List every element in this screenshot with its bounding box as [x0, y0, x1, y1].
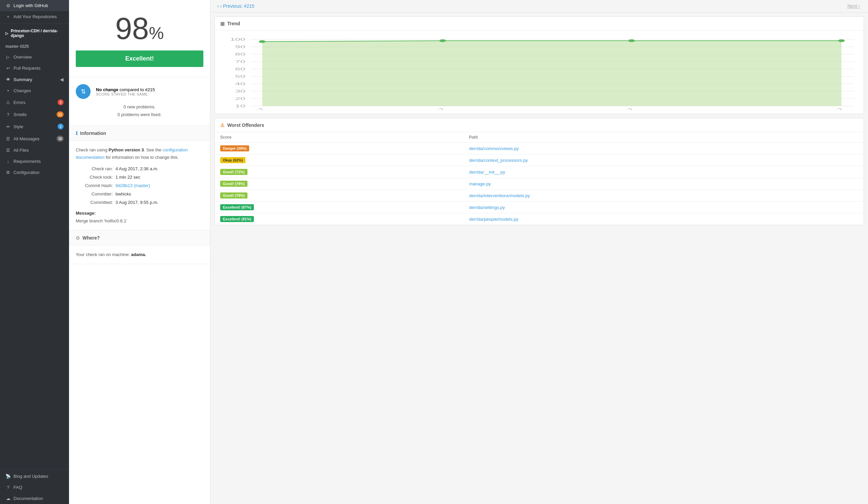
score-cell: Good! (79%): [215, 190, 464, 201]
configuration-icon: ⚙: [6, 170, 11, 175]
where-text: Your check ran on machine: adama.: [76, 251, 203, 259]
path-link[interactable]: derrida/people/models.py: [469, 217, 518, 222]
documentation-icon: ☁: [6, 496, 11, 501]
information-header: ℹ Information: [69, 126, 210, 141]
path-link[interactable]: derrida/context_processors.py: [469, 158, 528, 163]
sidebar-item-login[interactable]: ⊙ Login with GitHub: [0, 0, 69, 11]
style-badge: 2: [58, 124, 64, 129]
info-icon: ℹ: [76, 130, 78, 136]
sidebar-item-faq[interactable]: ? FAQ: [0, 482, 69, 493]
svg-point-22: [440, 39, 446, 42]
no-change-row: ⇅ No change compared to #215 SCORE STAYE…: [76, 84, 203, 99]
plus-icon: +: [6, 14, 11, 19]
path-link[interactable]: derrida/settings.py: [469, 205, 505, 210]
sidebar-item-blog[interactable]: 📡 Blog and Updates: [0, 471, 69, 482]
col-path: Path: [464, 132, 864, 143]
no-change-text: No change compared to #215 SCORE STAYED …: [96, 87, 155, 96]
sidebar-item-overview[interactable]: ▷ Overview: [0, 52, 69, 63]
nav-bar: ‹ ‹ Previous: #215 Next ›: [210, 0, 868, 12]
svg-point-21: [259, 40, 266, 43]
new-problems: 0 new problems.: [76, 103, 203, 111]
score-badge: Excellent! (87%): [220, 204, 254, 210]
message-value: Merge branch 'hotfix/0.8.1': [76, 217, 203, 225]
trend-chart: 100 90 80 70 60 50 40 30 20 10: [220, 36, 858, 110]
message-block: Message: Merge branch 'hotfix/0.8.1': [76, 210, 203, 224]
svg-text:70: 70: [235, 60, 245, 64]
style-icon: ✏: [6, 124, 11, 129]
path-cell: derrida/settings.py: [464, 201, 864, 213]
table-row: Good! (79%)derrida/interventions/models.…: [215, 190, 864, 201]
sidebar-item-configuration[interactable]: ⚙ Configuration: [0, 167, 69, 178]
trend-section: ▦ Trend 100 90 80 70 60 50 40 30 20 10: [215, 17, 864, 114]
trend-header: ▦ Trend: [215, 17, 864, 31]
pull-request-icon: ↩: [6, 66, 11, 71]
path-link[interactable]: manage.py: [469, 181, 490, 186]
trend-icon: ▦: [220, 21, 225, 26]
svg-text:06 Jul 2017: 06 Jul 2017: [410, 107, 447, 110]
next-link[interactable]: Next ›: [847, 3, 861, 9]
score-suffix: %: [149, 24, 164, 43]
repo-name[interactable]: ▷ Princeton-CDH / derrida-django: [0, 25, 69, 41]
svg-text:01 Aug 2017: 01 Aug 2017: [596, 107, 636, 110]
path-link[interactable]: derrida/__init__.py: [469, 170, 505, 175]
svg-text:80: 80: [235, 52, 245, 56]
score-badge: Excellent! (91%): [220, 216, 254, 222]
path-link[interactable]: derrida/interventions/models.py: [469, 193, 530, 198]
fixed-problems: 0 problems were fixed.: [76, 111, 203, 118]
path-cell: derrida/common/views.py: [464, 143, 864, 155]
svg-text:10: 10: [235, 104, 245, 108]
score-value: 98: [115, 12, 149, 45]
info-row-committer: Committer: bwhicks: [76, 190, 203, 198]
table-row: Excellent! (91%)derrida/people/models.py: [215, 213, 864, 225]
blog-icon: 📡: [6, 474, 11, 479]
no-change-card: ⇅ No change compared to #215 SCORE STAYE…: [69, 77, 210, 126]
path-cell: derrida/context_processors.py: [464, 155, 864, 166]
path-cell: derrida/__init__.py: [464, 166, 864, 178]
no-change-stats: 0 new problems. 0 problems were fixed.: [76, 103, 203, 119]
score-cell: Good! (78%): [215, 178, 464, 190]
info-text: Check ran using Python version 3. See th…: [76, 146, 203, 161]
sidebar-item-summary[interactable]: 👁 Summary ◀: [0, 74, 69, 85]
sidebar-item-smells[interactable]: ? Smells 11: [0, 108, 69, 120]
sidebar-item-all-messages[interactable]: ☰ All Messages 16: [0, 133, 69, 145]
svg-text:100: 100: [230, 37, 246, 41]
errors-badge: 3: [58, 99, 64, 105]
score-label: Excellent!: [76, 51, 203, 67]
offenders-section: ⚠ Worst Offenders Score Path Danger (39%…: [215, 118, 864, 225]
svg-text:27 Apr 2017: 27 Apr 2017: [228, 107, 267, 110]
score-display: 98%: [76, 13, 203, 44]
sidebar-item-all-files[interactable]: ☰ All Files: [0, 145, 69, 156]
message-label: Message:: [76, 210, 203, 217]
sidebar-item-style[interactable]: ✏ Style 2: [0, 120, 69, 133]
path-cell: manage.py: [464, 178, 864, 190]
right-panel: ‹ ‹ Previous: #215 Next › ▦ Trend 100 90…: [210, 0, 868, 504]
faq-icon: ?: [6, 485, 11, 490]
score-badge: Good! (78%): [220, 181, 247, 187]
sidebar-item-requirements[interactable]: ↓ Requirements: [0, 156, 69, 167]
info-table: Check ran: 4 Aug 2017, 2:36 a.m. Check t…: [76, 165, 203, 206]
info-row-check-ran: Check ran: 4 Aug 2017, 2:36 a.m.: [76, 165, 203, 172]
table-row: Good! (72%)derrida/__init__.py: [215, 166, 864, 178]
svg-marker-20: [262, 41, 841, 106]
info-row-check-took: Check took: 1 min 22 sec: [76, 174, 203, 181]
commit-link[interactable]: 9d28b13 (master): [115, 183, 150, 188]
sidebar-item-errors[interactable]: ⚠ Errors 3: [0, 96, 69, 108]
offenders-table-header: Score Path: [215, 132, 864, 143]
all-messages-badge: 16: [56, 136, 64, 141]
score-cell: Excellent! (87%): [215, 201, 464, 213]
svg-text:30: 30: [235, 89, 245, 93]
no-change-title: No change compared to #215: [96, 87, 155, 92]
sidebar-item-pull-requests[interactable]: ↩ Pull Requests: [0, 63, 69, 74]
sidebar-item-changes[interactable]: + Changes: [0, 85, 69, 96]
overview-icon: ▷: [6, 54, 11, 60]
chart-container: 100 90 80 70 60 50 40 30 20 10: [215, 31, 864, 114]
collapse-icon[interactable]: ◀: [60, 77, 64, 82]
sidebar-item-documentation[interactable]: ☁ Documentation: [0, 493, 69, 504]
sidebar-item-add-repos[interactable]: + Add Your Repositories: [0, 11, 69, 22]
prev-link[interactable]: ‹ ‹ Previous: #215: [217, 3, 255, 9]
path-link[interactable]: derrida/common/views.py: [469, 146, 518, 151]
svg-text:60: 60: [235, 67, 245, 71]
svg-text:40: 40: [235, 82, 245, 86]
warning-icon: ⚠: [220, 123, 225, 128]
information-body: Check ran using Python version 3. See th…: [69, 141, 210, 230]
